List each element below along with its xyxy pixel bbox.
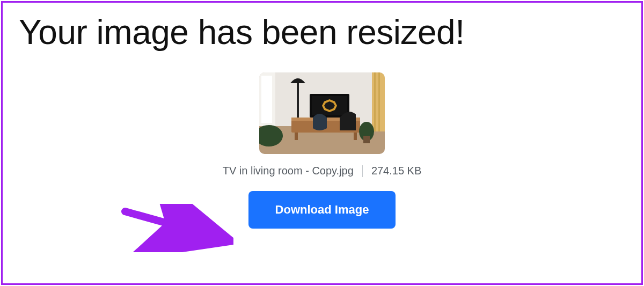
svg-rect-9 — [378, 72, 380, 131]
file-meta: TV in living room - Copy.jpg 274.15 KB — [223, 165, 422, 177]
result-panel: TV in living room - Copy.jpg 274.15 KB D… — [3, 72, 641, 229]
page-title: Your image has been resized! — [3, 3, 641, 52]
download-image-button[interactable]: Download Image — [248, 191, 396, 229]
file-name: TV in living room - Copy.jpg — [223, 165, 354, 177]
svg-rect-12 — [295, 133, 298, 140]
svg-rect-19 — [363, 136, 370, 143]
svg-rect-3 — [261, 76, 272, 123]
svg-rect-8 — [374, 72, 376, 131]
image-thumbnail — [259, 72, 385, 154]
meta-divider — [362, 165, 363, 177]
file-size: 274.15 KB — [371, 165, 421, 177]
svg-rect-13 — [354, 133, 357, 140]
